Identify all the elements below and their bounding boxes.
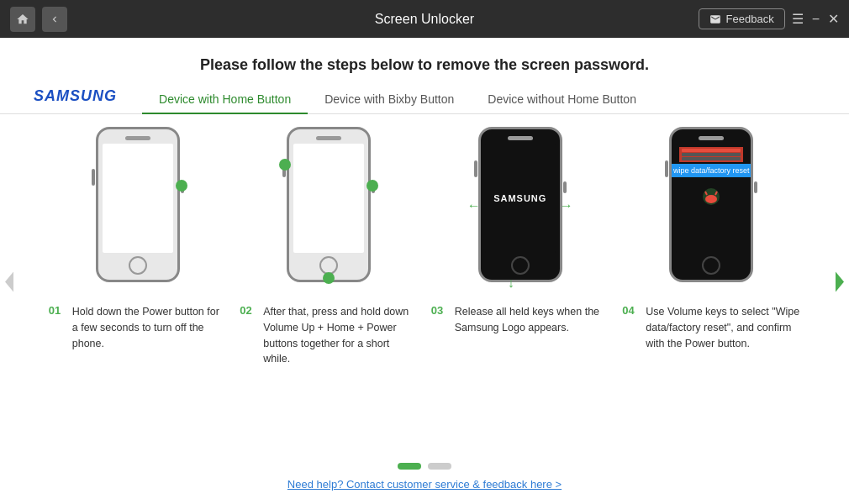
window-controls: ☰ − ✕ [792, 11, 839, 27]
step-1-info: 01 Hold down the Power button for a few … [45, 304, 230, 351]
menu-icon[interactable]: ☰ [792, 11, 804, 27]
power-button-4 [754, 181, 757, 193]
android-icon [699, 184, 724, 209]
step-1: 01 Hold down the Power button for a few … [45, 123, 230, 367]
power-dot-2 [366, 180, 378, 192]
samsung-logo: SAMSUNG [34, 87, 117, 112]
speaker-1 [125, 136, 150, 140]
steps-area: 01 Hold down the Power button for a few … [0, 123, 849, 454]
step-3-info: 03 Release all held keys when the Samsun… [428, 304, 613, 336]
step-1-number: 01 [49, 304, 67, 317]
step-3-text: Release all held keys when the Samsung L… [455, 304, 609, 336]
step-2-illustration [274, 123, 383, 291]
vol-button-3 [474, 160, 477, 177]
power-button-3 [563, 181, 567, 193]
phone-body-1 [96, 127, 180, 282]
prev-arrow[interactable] [2, 270, 17, 293]
speaker-2 [316, 136, 341, 140]
step-2-number: 02 [240, 304, 258, 317]
home-button[interactable] [10, 7, 35, 32]
step-2-info: 02 After that, press and hold down Volum… [236, 304, 421, 367]
tab-no-home-button[interactable]: Device without Home Button [471, 86, 653, 114]
tab-bixby-button[interactable]: Device with Bixby Button [308, 86, 471, 114]
right-arrow-3: → [560, 198, 573, 213]
step-2: 02 After that, press and hold down Volum… [236, 123, 421, 367]
home-circle-3 [511, 256, 530, 275]
vol-button-1 [92, 169, 95, 186]
home-circle-1 [129, 256, 147, 275]
wipe-data-label: wipe data/factory reset [669, 164, 753, 177]
page-heading: Please follow the steps below to remove … [200, 56, 649, 74]
app-title: Screen Unlocker [375, 12, 474, 27]
screen-3: SAMSUNG [485, 144, 556, 253]
home-circle-4 [702, 256, 720, 275]
step-2-text: After that, press and hold down Volume U… [263, 304, 418, 367]
step-3: SAMSUNG ← → ↓ 03 Release all held keys w… [428, 123, 613, 367]
down-arrow-3: ↓ [508, 276, 514, 291]
steps-grid: 01 Hold down the Power button for a few … [25, 123, 824, 367]
page-dot-2[interactable] [428, 463, 451, 470]
step-4-info: 04 Use Volume keys to select "Wipe data/… [619, 304, 804, 351]
power-dot-1 [176, 180, 187, 192]
step-4-text: Use Volume keys to select "Wipe data/fac… [646, 304, 800, 351]
screen-2 [293, 144, 364, 253]
svg-point-2 [705, 195, 717, 203]
screen-1 [103, 144, 173, 253]
samsung-logo-screen: SAMSUNG [490, 192, 550, 205]
step-3-illustration: SAMSUNG ← → ↓ [466, 123, 575, 291]
step-1-text: Hold down the Power button for a few sec… [72, 304, 227, 351]
vol-button-4 [665, 160, 668, 177]
help-link[interactable]: Need help? Contact customer service & fe… [287, 478, 562, 491]
speaker-3 [508, 136, 533, 140]
pagination [398, 463, 451, 470]
page-dot-1[interactable] [398, 463, 421, 470]
feedback-button[interactable]: Feedback [699, 8, 785, 29]
minimize-icon[interactable]: − [812, 12, 820, 27]
screen-4: wipe data/factory reset [676, 144, 746, 253]
step-4: wipe data/factory reset [619, 123, 804, 367]
step-4-illustration: wipe data/factory reset [657, 123, 766, 291]
svg-marker-0 [5, 271, 13, 291]
svg-marker-5 [836, 271, 844, 291]
phone-body-4: wipe data/factory reset [669, 127, 753, 282]
tab-home-button[interactable]: Device with Home Button [142, 86, 308, 114]
back-button[interactable] [42, 7, 67, 32]
speaker-4 [699, 136, 724, 140]
phone-body-2 [287, 127, 371, 282]
step-1-illustration [83, 123, 192, 291]
tab-bar: SAMSUNG Device with Home Button Device w… [0, 86, 849, 114]
phone-body-3: SAMSUNG [478, 127, 562, 282]
step-3-number: 03 [431, 304, 450, 317]
main-content: Please follow the steps below to remove … [0, 38, 849, 504]
left-arrow-3: ← [467, 198, 481, 213]
titlebar-left [10, 7, 67, 32]
titlebar: Screen Unlocker Feedback ☰ − ✕ [0, 0, 849, 38]
step-4-number: 04 [622, 304, 641, 317]
close-icon[interactable]: ✕ [828, 11, 839, 27]
titlebar-right: Feedback ☰ − ✕ [699, 8, 839, 29]
next-arrow[interactable] [832, 270, 847, 293]
